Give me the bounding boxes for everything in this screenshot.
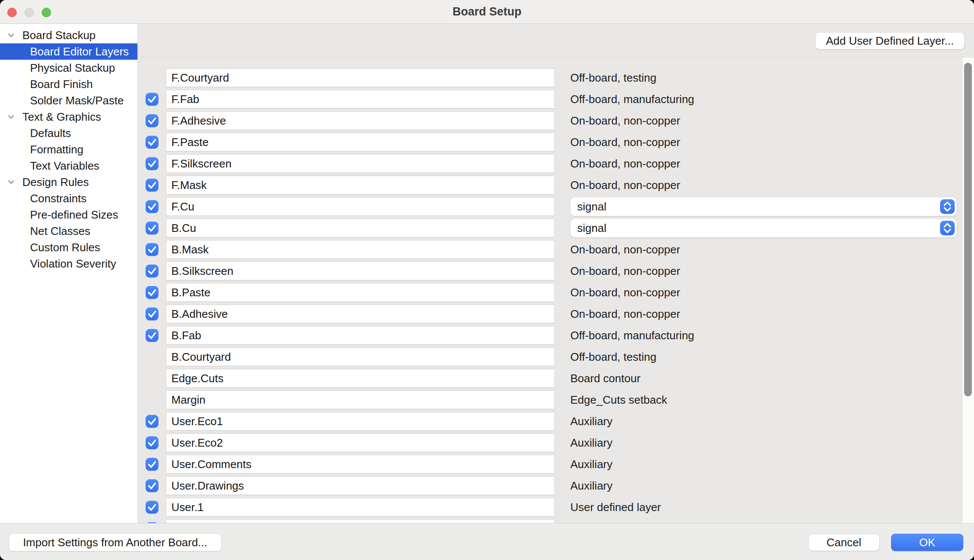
sidebar-item-label: Board Editor Layers — [30, 45, 129, 58]
layer-list-area: Off-board, testing Off-board, manufactur… — [138, 58, 974, 523]
layer-type-label: Off-board, testing — [570, 350, 656, 364]
layer-enabled-checkbox[interactable] — [146, 436, 158, 449]
chevron-down-icon[interactable] — [6, 30, 16, 40]
layer-type-dropdown[interactable]: signal — [570, 219, 957, 237]
checkmark-icon — [146, 436, 158, 449]
scrollbar-thumb[interactable] — [964, 63, 972, 396]
sidebar-item-net-classes[interactable]: Net Classes — [0, 223, 137, 239]
ok-button[interactable]: OK — [891, 534, 963, 551]
sidebar-item-board-stackup[interactable]: Board Stackup — [0, 27, 137, 43]
layer-type-label: Off-board, manufacturing — [570, 93, 694, 106]
layer-enabled-checkbox[interactable] — [146, 307, 158, 320]
layer-row-f-cu: signal — [138, 196, 962, 217]
layer-name-input[interactable] — [166, 304, 555, 323]
cancel-button[interactable]: Cancel — [808, 534, 880, 551]
layer-row-user-1: User defined layer — [138, 496, 962, 518]
sidebar-item-physical-stackup[interactable]: Physical Stackup — [0, 60, 137, 76]
layer-type-label: On-board, non-copper — [570, 136, 680, 149]
layer-name-input[interactable] — [166, 326, 555, 345]
layer-enabled-checkbox[interactable] — [146, 501, 158, 514]
layer-name-input[interactable] — [166, 176, 555, 195]
sidebar-item-text-variables[interactable]: Text Variables — [0, 158, 137, 174]
layer-type-label: Board contour — [570, 372, 640, 385]
layer-row-b-adhesive: On-board, non-copper — [138, 303, 962, 325]
layer-name-input[interactable] — [166, 68, 555, 87]
sidebar-item-violation-severity[interactable]: Violation Severity — [0, 256, 137, 272]
sidebar-item-custom-rules[interactable]: Custom Rules — [0, 239, 137, 256]
layer-row-user-eco2: Auxiliary — [138, 432, 962, 453]
checkmark-icon — [146, 501, 158, 514]
chevron-down-icon[interactable] — [6, 177, 16, 187]
layer-name-input[interactable] — [166, 197, 555, 216]
scrollbar-track[interactable] — [962, 58, 974, 523]
sidebar-item-label: Formatting — [30, 143, 83, 156]
layer-enabled-checkbox[interactable] — [146, 286, 158, 299]
layer-type-dropdown[interactable]: signal — [570, 197, 957, 216]
layer-enabled-checkbox[interactable] — [146, 479, 158, 492]
layer-enabled-checkbox[interactable] — [146, 114, 158, 127]
checkmark-icon — [146, 307, 158, 320]
sidebar-item-formatting[interactable]: Formatting — [0, 141, 137, 158]
import-settings-button[interactable]: Import Settings from Another Board... — [9, 533, 222, 551]
sidebar-item-board-finish[interactable]: Board Finish — [0, 76, 137, 92]
window-title: Board Setup — [0, 0, 974, 24]
sidebar-item-constraints[interactable]: Constraints — [0, 190, 137, 207]
main-panel: Add User Defined Layer... Off-board, tes… — [138, 24, 974, 523]
layer-name-input[interactable] — [166, 498, 555, 517]
layer-name-input[interactable] — [166, 111, 555, 130]
layer-enabled-checkbox[interactable] — [146, 136, 158, 149]
layer-name-input[interactable] — [166, 455, 555, 474]
layer-name-input[interactable] — [166, 433, 555, 452]
sidebar-item-text-graphics[interactable]: Text & Graphics — [0, 109, 137, 125]
layer-type-label: On-board, non-copper — [570, 157, 680, 170]
layer-row-b-courtyard: Off-board, testing — [138, 346, 962, 368]
layer-row-user-comments: Auxiliary — [138, 453, 962, 475]
layer-enabled-checkbox[interactable] — [146, 222, 158, 234]
layer-row-f-courtyard: Off-board, testing — [138, 67, 962, 88]
layer-name-input[interactable] — [166, 412, 555, 431]
layer-type-label: Off-board, manufacturing — [570, 329, 694, 342]
sidebar-item-label: Text & Graphics — [22, 110, 101, 124]
layer-name-input[interactable] — [166, 283, 555, 302]
bottom-bar: Import Settings from Another Board... Ca… — [0, 523, 974, 560]
layer-name-input[interactable] — [166, 154, 555, 173]
dropdown-selected-value: signal — [577, 200, 606, 213]
layer-enabled-checkbox[interactable] — [146, 243, 158, 256]
layer-enabled-checkbox[interactable] — [146, 179, 158, 192]
layer-enabled-checkbox[interactable] — [146, 157, 158, 170]
layer-enabled-checkbox[interactable] — [146, 93, 158, 106]
layer-type-label: Edge_Cuts setback — [570, 393, 667, 407]
sidebar-item-solder-mask-paste[interactable]: Solder Mask/Paste — [0, 92, 137, 109]
layer-enabled-checkbox[interactable] — [146, 458, 158, 471]
sidebar-item-board-editor-layers[interactable]: Board Editor Layers — [0, 43, 137, 60]
layer-enabled-checkbox[interactable] — [146, 200, 158, 213]
layer-type-label: Auxiliary — [570, 479, 612, 493]
layer-name-input[interactable] — [166, 519, 555, 523]
layer-name-input[interactable] — [166, 262, 555, 280]
dropdown-stepper-icon — [940, 221, 955, 235]
layer-name-input[interactable] — [166, 133, 555, 152]
sidebar-item-design-rules[interactable]: Design Rules — [0, 174, 137, 190]
layer-name-input[interactable] — [166, 240, 555, 259]
layer-enabled-checkbox[interactable] — [146, 265, 158, 277]
layer-name-input[interactable] — [166, 219, 555, 237]
sidebar-item-defaults[interactable]: Defaults — [0, 125, 137, 141]
layer-name-input[interactable] — [166, 90, 555, 109]
layer-name-input[interactable] — [166, 476, 555, 495]
add-user-defined-layer-button[interactable]: Add User Defined Layer... — [815, 32, 965, 49]
layer-name-input[interactable] — [166, 369, 555, 388]
layer-name-input[interactable] — [166, 390, 555, 409]
layer-row-b-silkscreen: On-board, non-copper — [138, 260, 962, 282]
layer-type-label: On-board, non-copper — [570, 286, 680, 299]
sidebar-item-label: Constraints — [30, 192, 87, 205]
layer-type-label: On-board, non-copper — [570, 265, 680, 278]
titlebar: Board Setup — [0, 0, 974, 24]
checkmark-icon — [146, 479, 158, 492]
sidebar-item-pre-defined-sizes[interactable]: Pre-defined Sizes — [0, 207, 137, 223]
layer-name-input[interactable] — [166, 347, 555, 366]
layer-enabled-checkbox[interactable] — [146, 329, 158, 342]
layer-enabled-checkbox[interactable] — [146, 415, 158, 428]
layer-list: Off-board, testing Off-board, manufactur… — [138, 58, 962, 523]
chevron-down-icon[interactable] — [6, 112, 16, 122]
checkmark-icon — [146, 114, 158, 127]
